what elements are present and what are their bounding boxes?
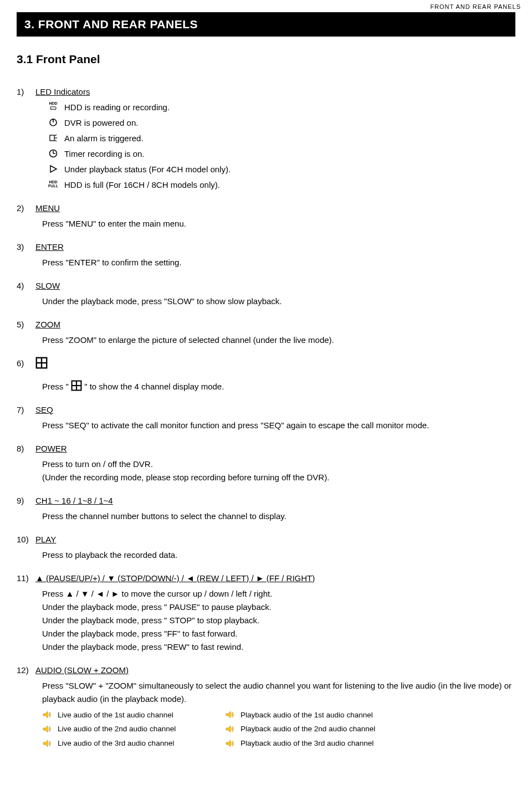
led-desc: Under playback status (For 4CH model onl… — [64, 163, 231, 176]
item-label-quad-icon — [35, 357, 48, 372]
led-desc: DVR is powered on. — [64, 116, 138, 130]
item-body-line: Press "SLOW" + "ZOOM" simultaneously to … — [42, 679, 515, 706]
item-body-line: Under the playback mode, press "REW" to … — [42, 640, 515, 654]
running-header: FRONT AND REAR PANELS — [0, 0, 532, 12]
hdd-icon: HDD — [42, 101, 64, 112]
item-body-line: Under the playback mode, press " STOP" t… — [42, 614, 515, 627]
item-body: Press "SEQ" to activate the call monitor… — [42, 419, 515, 432]
item-number: 9) — [17, 494, 35, 507]
item-body: Press "MENU" to enter the main menu. — [42, 217, 515, 230]
item-label-audio: AUDIO (SLOW + ZOOM) — [35, 664, 129, 677]
item-label-zoom: ZOOM — [35, 318, 60, 331]
item-body: Press "ENTER" to confirm the setting. — [42, 256, 515, 269]
item-number: 2) — [17, 202, 35, 215]
item-body: Press to playback the recorded data. — [42, 548, 515, 562]
audio-label: Live audio of the 3rd audio channel — [58, 737, 174, 750]
item-number: 1) — [17, 85, 35, 99]
section-title: 3. FRONT AND REAR PANELS — [17, 12, 515, 37]
speaker-icon — [42, 710, 58, 720]
speaker-icon — [42, 724, 58, 734]
speaker-icon — [225, 724, 241, 734]
item-body-line: (Under the recording mode, please stop r… — [42, 471, 515, 484]
item-number: 4) — [17, 279, 35, 293]
item-body-line: Press ▲ / ▼ / ◄ / ► to move the cursor u… — [42, 587, 515, 601]
item-label-menu: MENU — [35, 202, 60, 215]
item-label-arrows: ▲ (PAUSE/UP/+) / ▼ (STOP/DOWN/-) / ◄ (RE… — [35, 572, 315, 585]
audio-label: Playback audio of the 1st audio channel — [241, 709, 373, 721]
item-body-line: Under the playback mode, press "FF" to f… — [42, 627, 515, 640]
item-body: Under the playback mode, press "SLOW" to… — [42, 295, 515, 308]
item-body-line: Press to turn on / off the DVR. — [42, 458, 515, 471]
quad-icon — [71, 380, 82, 391]
item-label-power: POWER — [35, 442, 67, 455]
power-icon — [42, 116, 64, 127]
item-number: 5) — [17, 318, 35, 331]
audio-label: Playback audio of the 3rd audio channel — [241, 737, 374, 750]
item-body-line: Under the playback mode, press " PAUSE" … — [42, 601, 515, 614]
alarm-icon — [42, 132, 64, 143]
item-number: 7) — [17, 403, 35, 417]
led-desc: Timer recording is on. — [64, 147, 145, 161]
item-body: Press " " to show the 4 channel display … — [42, 380, 515, 393]
item-number: 3) — [17, 240, 35, 254]
led-desc: An alarm is triggered. — [64, 132, 144, 145]
hdd-full-icon: HDD FULL — [42, 178, 64, 189]
speaker-icon — [42, 738, 58, 748]
subsection-title: 3.1 Front Panel — [17, 50, 515, 69]
item-number: 8) — [17, 442, 35, 455]
item-label-enter: ENTER — [35, 240, 64, 254]
item-label-led-indicators: LED Indicators — [35, 85, 90, 99]
led-desc: HDD is reading or recording. — [64, 101, 170, 114]
speaker-icon — [225, 738, 241, 748]
play-icon — [42, 163, 64, 174]
item-body: Press the channel number buttons to sele… — [42, 510, 515, 523]
item-number: 11) — [17, 572, 35, 585]
item-label-slow: SLOW — [35, 279, 60, 293]
item-number: 6) — [17, 357, 35, 372]
item-body: Press "ZOOM" to enlarge the picture of s… — [42, 334, 515, 347]
audio-label: Live audio of the 1st audio channel — [58, 709, 173, 721]
audio-label: Playback audio of the 2nd audio channel — [241, 723, 375, 735]
item-number: 10) — [17, 533, 35, 546]
item-label-play: PLAY — [35, 533, 56, 546]
timer-icon — [42, 147, 64, 158]
item-number: 12) — [17, 664, 35, 677]
item-label-channels: CH1 ~ 16 / 1~8 / 1~4 — [35, 494, 113, 507]
item-label-seq: SEQ — [35, 403, 53, 417]
speaker-icon — [225, 710, 241, 720]
led-desc: HDD is full (For 16CH / 8CH models only)… — [64, 178, 220, 192]
audio-label: Live audio of the 2nd audio channel — [58, 723, 176, 735]
